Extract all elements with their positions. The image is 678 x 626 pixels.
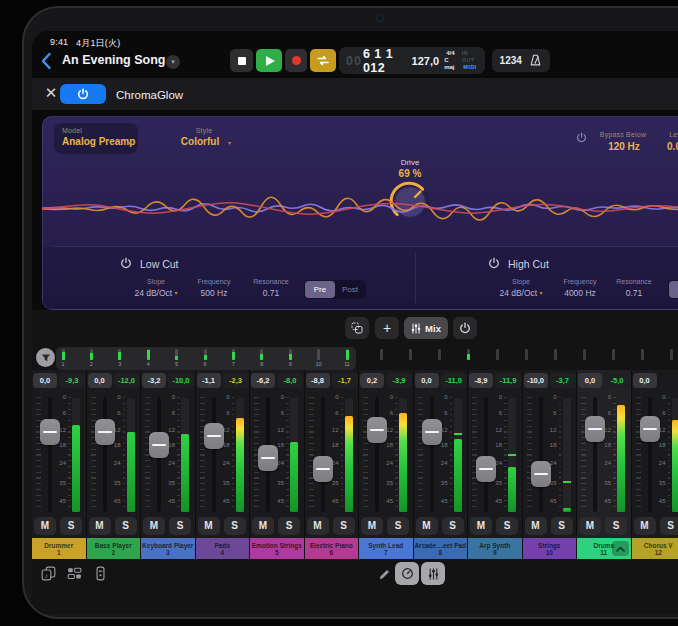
solo-button[interactable]: S [551, 517, 573, 535]
fader-cap[interactable] [640, 416, 660, 442]
post-button[interactable]: Post [335, 281, 365, 298]
peak-level-chip[interactable]: -10,0 [168, 373, 194, 388]
plugin-power-button[interactable] [60, 84, 106, 104]
solo-button[interactable]: S [387, 517, 409, 535]
fader-cap[interactable] [204, 423, 224, 449]
low-cut-slope-value[interactable]: 24 dB/Oct ▾ [134, 288, 177, 298]
track-name-cell[interactable]: Emotion Strings5 [250, 538, 304, 559]
track-name-cell[interactable]: Drums11 [577, 538, 631, 559]
song-menu-chevron-icon[interactable]: ▾ [166, 55, 180, 69]
track-name-cell[interactable]: Arcade…eet Pad8 [414, 538, 468, 559]
fader-cap[interactable] [422, 419, 442, 445]
fader-cap[interactable] [313, 456, 333, 482]
level-value[interactable]: 0.0 [667, 141, 678, 152]
volume-value-chip[interactable]: -10,0 [524, 373, 548, 388]
volume-value-chip[interactable]: 0,0 [88, 373, 112, 388]
mute-button[interactable]: M [525, 517, 547, 535]
mute-button[interactable]: M [34, 517, 56, 535]
record-button[interactable] [285, 49, 307, 72]
mute-button[interactable]: M [470, 517, 492, 535]
mute-button[interactable]: M [307, 517, 329, 535]
volume-value-chip[interactable]: 0,0 [633, 373, 657, 388]
mute-button[interactable]: M [634, 517, 656, 535]
volume-value-chip[interactable]: 0,0 [578, 373, 602, 388]
pre-button[interactable]: Pre [669, 281, 678, 298]
solo-button[interactable]: S [660, 517, 678, 535]
volume-value-chip[interactable]: -1,1 [197, 373, 221, 388]
peak-level-chip[interactable]: -3,7 [550, 373, 576, 388]
count-in-button[interactable]: 1234 [500, 55, 522, 66]
add-track-button[interactable]: + [375, 317, 399, 339]
cycle-button[interactable] [310, 49, 336, 72]
fader-cap[interactable] [95, 419, 115, 445]
back-chevron-icon[interactable] [40, 52, 52, 70]
solo-button[interactable]: S [169, 517, 191, 535]
peak-level-chip[interactable]: -1,7 [332, 373, 358, 388]
low-cut-resonance-value[interactable]: 0.71 [263, 288, 280, 298]
solo-button[interactable]: S [442, 517, 464, 535]
mute-button[interactable]: M [252, 517, 274, 535]
mute-button[interactable]: M [416, 517, 438, 535]
solo-button[interactable]: S [60, 517, 82, 535]
solo-button[interactable]: S [605, 517, 627, 535]
track-name-cell[interactable]: Arp Synth9 [468, 538, 522, 559]
song-title[interactable]: An Evening Song [62, 53, 165, 67]
track-name-cell[interactable]: Pads4 [196, 538, 250, 559]
track-name-cell[interactable]: Bass Player2 [87, 538, 141, 559]
mute-button[interactable]: M [89, 517, 111, 535]
volume-value-chip[interactable]: -6,2 [251, 373, 275, 388]
low-cut-frequency-value[interactable]: 500 Hz [201, 288, 228, 298]
lcd-display[interactable]: 00 6 1 1 012 127,0 4/4 C maj IN OUT MIDI [339, 47, 485, 74]
track-filter-button[interactable] [36, 348, 55, 367]
peak-level-chip[interactable]: -5,0 [604, 373, 630, 388]
solo-button[interactable]: S [496, 517, 518, 535]
track-name-cell[interactable]: Strings10 [523, 538, 577, 559]
peak-level-chip[interactable]: -3,9 [386, 373, 412, 388]
fader-cap[interactable] [367, 417, 387, 443]
stop-button[interactable] [230, 49, 253, 72]
track-name-cell[interactable]: Keyboard Player3 [141, 538, 195, 559]
high-cut-frequency-value[interactable]: 4000 Hz [564, 288, 596, 298]
high-cut-power-icon[interactable] [488, 257, 500, 269]
fader-cap[interactable] [40, 419, 60, 445]
metronome-icon[interactable] [529, 54, 542, 67]
bypass-below-value[interactable]: 120 Hz [608, 141, 640, 152]
peak-level-chip[interactable]: -11,0 [441, 373, 467, 388]
volume-value-chip[interactable]: 0,0 [415, 373, 439, 388]
mute-button[interactable]: M [361, 517, 383, 535]
volume-value-chip[interactable]: -8,9 [469, 373, 493, 388]
mixer-power-button[interactable] [453, 317, 477, 339]
loop-browser-icon[interactable]: ♪ [40, 565, 57, 582]
mute-button[interactable]: M [198, 517, 220, 535]
fader-cap[interactable] [585, 416, 605, 442]
duplicate-button[interactable] [345, 317, 369, 339]
high-cut-slope-value[interactable]: 24 dB/Oct ▾ [499, 288, 542, 298]
pencil-icon[interactable] [376, 566, 393, 583]
high-cut-resonance-value[interactable]: 0.71 [626, 288, 643, 298]
track-name-cell[interactable]: Synth Lead7 [359, 538, 413, 559]
volume-value-chip[interactable]: 0,0 [33, 373, 57, 388]
browser-icon[interactable] [66, 565, 83, 582]
volume-value-chip[interactable]: -8,8 [306, 373, 330, 388]
solo-button[interactable]: S [333, 517, 355, 535]
solo-button[interactable]: S [224, 517, 246, 535]
fader-cap[interactable] [149, 432, 169, 458]
pre-button[interactable]: Pre [305, 281, 335, 298]
model-selector[interactable]: Model Analog Preamp ▾ [54, 123, 138, 154]
fader-cap[interactable] [476, 456, 496, 482]
peak-level-chip[interactable]: -8,0 [277, 373, 303, 388]
controls-view-button[interactable] [395, 562, 419, 585]
style-value[interactable]: Colorful [181, 136, 219, 147]
bypass-power-icon[interactable] [576, 132, 587, 143]
fader-strip-icon[interactable] [92, 565, 109, 582]
fader-cap[interactable] [531, 461, 551, 487]
peak-level-chip[interactable]: -12,0 [114, 373, 140, 388]
volume-value-chip[interactable]: 0,2 [360, 373, 384, 388]
fader-cap[interactable] [258, 445, 278, 471]
low-cut-power-icon[interactable] [120, 257, 132, 269]
track-name-cell[interactable]: Drummer1 [32, 538, 86, 559]
track-name-cell[interactable]: Chorus V12 [632, 538, 678, 559]
track-name-cell[interactable]: Electric Piano6 [305, 538, 359, 559]
chevron-up-button[interactable] [612, 541, 629, 556]
volume-value-chip[interactable]: -3,2 [142, 373, 166, 388]
